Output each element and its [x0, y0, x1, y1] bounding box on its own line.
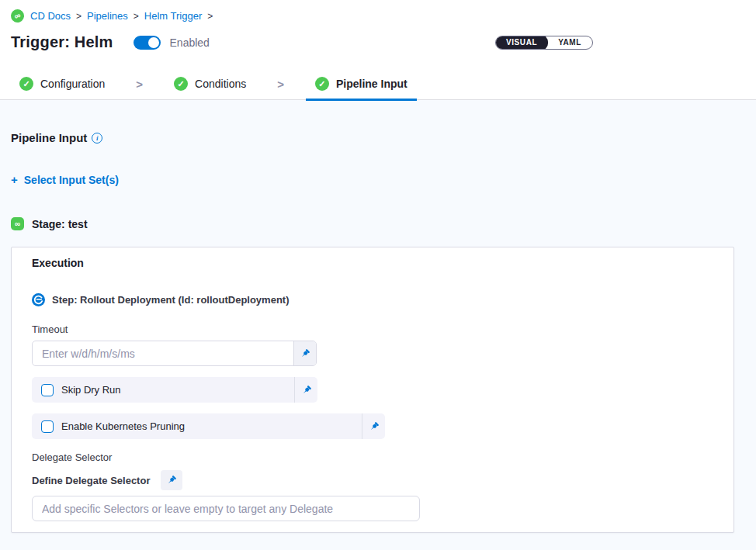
stage-row[interactable]: ∞ Stage: test [11, 217, 734, 230]
check-icon: ✓ [315, 77, 329, 91]
breadcrumb-link-helm-trigger[interactable]: Helm Trigger [144, 10, 202, 22]
toggle-knob [148, 37, 159, 48]
pin-icon[interactable] [293, 341, 316, 365]
breadcrumb-link-cd-docs[interactable]: CD Docs [30, 10, 71, 22]
enable-kubernetes-pruning-checkbox[interactable] [41, 420, 54, 433]
step-row: Step: Rollout Deployment (Id: rolloutDep… [32, 293, 713, 306]
pipeline-input-panel: Pipeline Input i + Select Input Set(s) ∞… [0, 131, 756, 533]
skip-dry-run-checkbox[interactable] [41, 384, 54, 396]
wizard-tab-bar: ✓ Configuration > ✓ Conditions > ✓ Pipel… [0, 68, 756, 100]
section-heading: Pipeline Input i [11, 131, 734, 144]
timeout-field-group [32, 341, 317, 366]
step-label: Step: Rollout Deployment (Id: rolloutDep… [52, 294, 290, 306]
breadcrumb: ∞ CD Docs > Pipelines > Helm Trigger > [11, 9, 745, 22]
enabled-toggle[interactable] [134, 36, 161, 50]
tab-label: Configuration [40, 78, 105, 90]
tab-configuration[interactable]: ✓ Configuration [10, 68, 114, 100]
chevron-right-icon: > [136, 78, 143, 91]
skip-dry-run-label: Skip Dry Run [61, 384, 121, 396]
skip-dry-run-row: Skip Dry Run [32, 377, 317, 403]
define-delegate-selector-row: Define Delegate Selector [32, 470, 713, 490]
pin-icon[interactable] [294, 377, 317, 403]
tab-label: Pipeline Input [336, 78, 407, 90]
check-icon: ✓ [174, 77, 188, 91]
enable-kubernetes-pruning-main: Enable Kubernetes Pruning [32, 413, 362, 439]
select-input-sets-label: Select Input Set(s) [24, 174, 119, 186]
breadcrumb-separator: > [134, 11, 139, 22]
page-header: ∞ CD Docs > Pipelines > Helm Trigger > T… [0, 0, 756, 68]
rollout-deployment-step-icon [32, 293, 45, 306]
skip-dry-run-main: Skip Dry Run [32, 377, 294, 403]
pipeline-input-heading: Pipeline Input [11, 131, 87, 144]
enable-kubernetes-pruning-label: Enable Kubernetes Pruning [61, 420, 185, 432]
pin-icon[interactable] [362, 413, 385, 439]
breadcrumb-separator: > [207, 11, 213, 22]
chevron-right-icon: > [277, 78, 284, 91]
tab-conditions[interactable]: ✓ Conditions [165, 68, 255, 100]
enabled-label: Enabled [170, 36, 210, 49]
timeout-label: Timeout [32, 323, 713, 335]
execution-title: Execution [32, 257, 713, 269]
tab-label: Conditions [195, 78, 246, 90]
enable-kubernetes-pruning-row: Enable Kubernetes Pruning [32, 413, 385, 439]
page-title: Trigger: Helm [11, 33, 113, 51]
timeout-input[interactable] [33, 341, 293, 365]
define-delegate-selector-label: Define Delegate Selector [32, 475, 150, 486]
cd-stage-icon: ∞ [11, 217, 24, 230]
execution-card: Execution Step: Rollout Deployment (Id: … [11, 247, 734, 533]
breadcrumb-separator: > [76, 11, 81, 22]
tab-pipeline-input[interactable]: ✓ Pipeline Input [306, 68, 417, 100]
select-input-sets-link[interactable]: + Select Input Set(s) [11, 173, 119, 186]
yaml-mode-button[interactable]: YAML [547, 36, 592, 50]
stage-label: Stage: test [32, 218, 88, 230]
visual-yaml-switch: VISUAL YAML [495, 36, 593, 50]
title-row: Trigger: Helm Enabled VISUAL YAML [11, 33, 745, 51]
delegate-selector-label: Delegate Selector [32, 451, 713, 463]
breadcrumb-nav: CD Docs > Pipelines > Helm Trigger > [30, 10, 213, 22]
delegate-selector-input[interactable] [32, 496, 420, 521]
plus-icon: + [11, 173, 18, 186]
visual-mode-button[interactable]: VISUAL [495, 36, 548, 50]
harness-logo-icon: ∞ [9, 8, 26, 25]
info-icon[interactable]: i [92, 133, 102, 144]
breadcrumb-link-pipelines[interactable]: Pipelines [87, 10, 128, 22]
pin-icon-button[interactable] [161, 470, 182, 490]
check-icon: ✓ [19, 77, 33, 91]
